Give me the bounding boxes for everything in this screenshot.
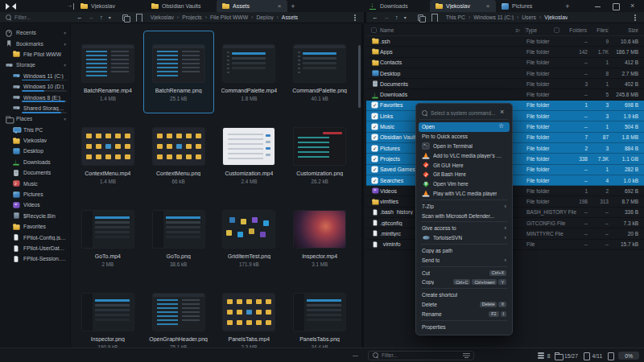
menu-item[interactable]: Create shortcut [419, 290, 510, 300]
bookmark-icon[interactable] [135, 14, 142, 22]
breadcrumb-segment[interactable]: Deploy [248, 14, 273, 20]
grid-item[interactable]: PanelsTabs.png 34.4 kB [284, 279, 355, 348]
list-filter-input[interactable]: Filter... [368, 351, 474, 361]
tab[interactable]: Vjekoslav [430, 0, 496, 12]
filter-options-icon[interactable] [463, 352, 470, 359]
menu-item[interactable]: Open Vim here [419, 179, 510, 189]
grid-item[interactable]: GoTo.mp4 2 MB [72, 196, 143, 279]
menu-item[interactable]: Give access to [419, 224, 510, 233]
menu-item[interactable]: Pin to Quick access [419, 132, 510, 142]
sidebar-item[interactable]: Windows 11 (C:) [0, 71, 70, 81]
grid-item[interactable]: BatchRename.mp4 1.4 MB [72, 31, 143, 113]
new-folder-icon[interactable] [417, 14, 425, 22]
minimize-button[interactable] [594, 2, 601, 10]
menu-item[interactable]: Add to VLC media player's Playlist [419, 150, 510, 160]
sidebar-filter-input[interactable]: Filter... [0, 14, 71, 21]
new-tab-button[interactable] [562, 2, 573, 10]
history-dropdown-icon[interactable] [109, 14, 111, 22]
grid-item[interactable]: PanelsTabs.mp4 2.3 MB [214, 279, 285, 348]
grid-item[interactable]: Inspector.png 190.9 kB [72, 279, 143, 348]
sidebar-item[interactable]: File Pilot WWW [0, 49, 70, 60]
usage-percent-badge[interactable]: 0% [618, 352, 639, 360]
sidebar-item[interactable]: This PC [0, 125, 70, 135]
breadcrumb-segment[interactable]: This PC [446, 14, 465, 20]
menu-item[interactable]: Open [419, 122, 510, 132]
column-header-folders[interactable]: Folders [566, 27, 587, 33]
file-row[interactable]: Contacts File folder -- 1 412 B [366, 58, 644, 68]
tab-close-icon[interactable] [276, 3, 283, 10]
sidebar-item[interactable]: FPilot-UserData.json [0, 243, 70, 253]
menu-item[interactable]: Properties [419, 322, 510, 331]
sidebar-item[interactable]: Pictures [0, 189, 70, 200]
sidebar-item[interactable]: FPilot-Config.json [0, 232, 70, 242]
sidebar-item[interactable]: Recents [0, 27, 70, 38]
close-icon[interactable] [499, 109, 507, 117]
breadcrumb-segment[interactable]: File Pilot WWW [202, 14, 248, 20]
grid-item[interactable]: Customization.mp4 2.4 MB [214, 113, 285, 196]
tab[interactable]: Downloads [364, 0, 430, 12]
maximize-button[interactable] [612, 2, 619, 10]
tab[interactable]: Pictures [496, 0, 562, 12]
menu-item[interactable]: Copy as path [419, 246, 510, 256]
grid-item[interactable]: Customization.png 26.2 kB [284, 113, 355, 196]
menu-item[interactable]: Scan with Microsoft Defender... [419, 211, 510, 220]
grid-item[interactable]: OpenGraphHeader.png 75.1 kB [143, 279, 214, 348]
menu-item[interactable]: Copy Ctrl+CCtrl+InsertY [419, 278, 510, 287]
sidebar-item[interactable]: Downloads [0, 157, 70, 167]
file-row[interactable]: Documents File folder 3 1 402 B [366, 79, 644, 89]
breadcrumb-segment[interactable]: Windows 11 (C:) [465, 14, 514, 20]
column-header-size[interactable]: Size [609, 27, 644, 33]
sidebar-item[interactable]: Windows 10 (D:) [0, 81, 70, 92]
sidebar-item[interactable]: Favorites [0, 221, 70, 232]
more-options-icon[interactable] [631, 14, 638, 22]
tab[interactable]: Obsidian Vaults [146, 0, 217, 12]
grid-item[interactable]: ContextMenu.png 66 kB [143, 113, 214, 196]
tab-close-icon[interactable] [485, 3, 491, 10]
sidebar-item[interactable]: Music [0, 178, 70, 188]
up-button[interactable] [395, 14, 398, 22]
column-header-files[interactable]: Files [587, 27, 608, 33]
forward-button[interactable] [89, 14, 95, 22]
sidebar-item[interactable]: Shared Storage (F:) [0, 103, 70, 113]
sidebar-item[interactable]: Desktop [0, 146, 70, 156]
grid-item[interactable]: ContextMenu.mp4 1.4 MB [72, 113, 143, 196]
new-tab-button[interactable] [287, 2, 299, 10]
collapse-sidebar-icon[interactable] [66, 2, 75, 10]
sidebar-item[interactable]: Documents [0, 167, 70, 178]
breadcrumb-segment[interactable]: Vjekoslav [536, 14, 568, 20]
columns-options-icon[interactable] [554, 27, 559, 33]
new-folder-icon[interactable] [122, 14, 130, 22]
menu-item[interactable]: Git Bash Here [419, 170, 510, 179]
grid-item[interactable]: BatchRename.png 25.1 kB [143, 31, 214, 113]
scrollbar-thumb[interactable] [358, 45, 361, 108]
sidebar-item[interactable]: $Recycle.Bin [0, 211, 70, 221]
menu-item[interactable]: Send to [419, 255, 510, 265]
back-button[interactable] [76, 14, 83, 22]
sidebar-item[interactable]: Videos [0, 200, 70, 210]
menu-item[interactable]: Open in Terminal [419, 142, 510, 151]
menu-item[interactable]: Rename F2I [419, 309, 510, 319]
forward-button[interactable] [384, 14, 390, 22]
breadcrumb-segment[interactable]: Projects [174, 14, 202, 20]
sidebar-item[interactable]: Vjekoslav [0, 135, 70, 146]
grid-item[interactable]: Inspector.mp4 3.1 MB [284, 196, 355, 279]
file-row[interactable]: Desktop File folder -- 8 2.7 MB [366, 68, 644, 79]
menu-item[interactable]: 7-Zip [419, 201, 510, 211]
menu-item[interactable]: Play with VLC media player [419, 189, 510, 199]
close-button[interactable] [630, 2, 637, 10]
grid-item[interactable]: GoTo.png 38.6 kB [143, 196, 214, 279]
grid-item[interactable]: GridItemTest.png 171.9 kB [214, 196, 285, 279]
sort-ascending-icon[interactable] [515, 27, 520, 33]
star-icon[interactable] [498, 123, 506, 131]
grid-item[interactable]: CommandPalette.mp4 1.8 MB [214, 31, 285, 113]
up-button[interactable] [100, 14, 103, 22]
column-header-name[interactable]: Name [380, 27, 525, 33]
select-all-checkbox[interactable] [371, 27, 377, 33]
more-options-icon[interactable] [351, 14, 358, 22]
sidebar-item[interactable]: Windows 8 (E:) [0, 92, 70, 102]
pane-resize-handle[interactable] [353, 356, 358, 357]
bookmark-icon[interactable] [431, 14, 437, 22]
breadcrumb-segment[interactable]: Users [514, 14, 536, 20]
file-row[interactable]: Apps File folder 142 1.7K 186.7 MB [366, 47, 644, 57]
menu-item[interactable]: Delete DeleteX [419, 300, 510, 310]
